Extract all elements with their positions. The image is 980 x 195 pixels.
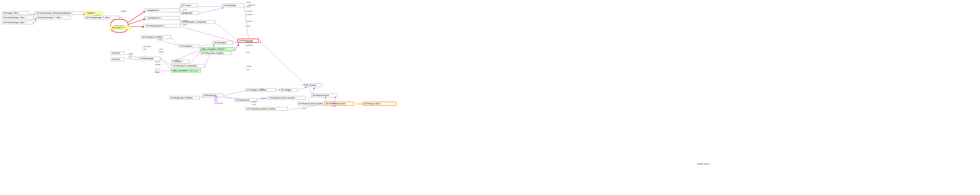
edge-label-render: render [155, 61, 160, 63]
edge-label-color1: _color [259, 88, 264, 90]
edge-label-color2: _color [301, 84, 306, 86]
edge-label-node-handler: _handler [245, 10, 253, 12]
diagram-container: SFAHeap< Alloc > SFAClusterHeap< Alloc >… [0, 0, 980, 195]
edge-label-global: _global [158, 51, 164, 53]
node-sfxgraphics-fontrec: SFXGraphics::FontRec [141, 35, 171, 39]
edge-label-utip: _utip [142, 48, 146, 50]
edge-label-update: update [155, 63, 160, 65]
edge-label-sfcerr-val: < SFCErr > [172, 60, 181, 62]
node-sfyrenderer-contextrec: SFYRenderer::ContextRec [172, 64, 205, 68]
edge-label-shadow: _shadow [259, 97, 267, 99]
edge-label-base: base [215, 100, 218, 102]
svg-line-37 [260, 41, 306, 86]
node-sfyrenderer: SFYRenderer [213, 41, 232, 44]
edge-label-real: _real [245, 68, 250, 71]
edge-label-node3: _node [182, 24, 187, 25]
node-sfaclusterheap-alloc-top: SFAClusterHeap< Alloc > [2, 16, 33, 19]
edge-label-font: _font [158, 39, 162, 41]
node-sfaclusterheap-t-alloc: SFAClusterHeap< T, Alloc > [36, 16, 71, 19]
edge-label-exception: _exception [189, 70, 198, 72]
node-sfxgrid: SFXGrid [111, 51, 125, 55]
edge-label-xclip: _xclip [158, 48, 162, 50]
node-sfxgraphics: SFXGraphics [179, 44, 199, 48]
node-sfxarray-v: SFXArray< V > [110, 26, 130, 30]
svg-line-17 [215, 22, 239, 41]
edge-label-color3: _color [301, 108, 306, 109]
node-sfycontrol: SFYControl [304, 84, 322, 87]
svg-line-15 [199, 8, 223, 14]
edge-label-light: light [215, 98, 218, 100]
svg-line-19 [171, 38, 180, 46]
node-sfxarray-sfyresponderptr: < SFYResponderPtr > [143, 24, 181, 28]
edge-label-origin: _origin [128, 52, 133, 55]
edge-label-focus: focus [252, 103, 256, 106]
node-sfddebugallocator: SFAClusterHeap::SFDDebugAllocator<> [35, 11, 83, 15]
node-sfycheckboxcontrol-colorrec: SFYCheckboxControl::ColorRec [245, 107, 288, 111]
node-sfxsize: SFXSize [111, 57, 125, 61]
node-uint32: < UInt32 > [84, 11, 102, 15]
node-sfxrgbcolor: SFXRGBColor [202, 94, 223, 97]
edge-label-hire: _hire [128, 56, 132, 58]
node-sfxarray-noderecptr: < NodeRecPtr > [145, 8, 180, 12]
edge-label-graphics: _graphics [245, 44, 253, 46]
node-sfycheckboxcontrol: SFYCheckboxControl [324, 101, 354, 106]
node-sfxarray-cacherecptr: < CacheRecPtr > [145, 16, 180, 20]
node-sfxrgbcolor-rgbrec: SFXRGBColor::RGBRec [169, 96, 200, 100]
node-sfydistributer: SFYDistributer [222, 3, 244, 7]
node-sfybuttoncontrol: SFYButtonControl [311, 94, 338, 97]
edge-label-context: _context [245, 20, 252, 22]
svg-line-7 [127, 11, 145, 23]
svg-line-8 [127, 19, 145, 25]
node-sfaheap-alloc: SFAHeap< Alloc > [2, 11, 29, 15]
edge-label-xtranslate: _xtranslate [142, 46, 151, 48]
edge-label-handler2: _handler [245, 14, 253, 16]
edge-label-node1: _node [182, 8, 187, 11]
edge-label-node2: _node [182, 13, 187, 14]
svg-line-48 [224, 90, 248, 95]
edge-label-node-tracer: _tracer [245, 1, 251, 3]
edge-label-color4: _color [331, 105, 336, 107]
edge-label-checkmark: checkmark [215, 102, 223, 104]
svg-line-20 [199, 44, 214, 46]
node-sfytracer: SFYTracer [180, 3, 198, 7]
svg-line-36 [298, 87, 306, 90]
edge-label-dark: dark [215, 95, 218, 97]
edge-label-distributor: _distributor [247, 4, 256, 6]
edge-label-origin2: origin [155, 71, 159, 73]
edge-label-buffer: buffer [121, 10, 126, 13]
edge-label-button: button [252, 101, 257, 103]
node-sfyradiobuttoncontrol[interactable]: SFAHeap< Alloc > [363, 101, 396, 106]
edge-label-renderer: _renderer [245, 41, 253, 43]
edge-label-virtual: _virtual [245, 65, 251, 67]
edge-label-key: _key [331, 102, 335, 104]
node-sfaclusterheap-alloc-bot: SFAClusterHeap< Alloc > [2, 21, 33, 24]
edge-label-child: _child [245, 25, 250, 27]
arrows-svg [0, 0, 980, 195]
edge-label-button-focus: button focus [697, 163, 710, 165]
svg-line-22 [235, 44, 239, 50]
svg-line-18 [181, 27, 239, 43]
node-static-exception-sfcerr: static_exception< SFCErr > [200, 47, 235, 51]
edge-label-cache: _cache [182, 20, 188, 22]
node-sfxclusterheap: SFXClusterHeap< T, Alloc > [84, 16, 119, 19]
node-sfyresponder-flagrec: SFYResponder::FlagRec [200, 51, 231, 55]
svg-line-2 [33, 20, 36, 24]
node-sfywidget: SFYWidget [280, 88, 297, 92]
edge-label-flag: _flag [245, 51, 249, 53]
node-sfybuttoncontrol-colorrec: SFYButtonControl::ColorRec [268, 96, 306, 100]
svg-line-26 [126, 59, 141, 60]
node-sfxrectangle: SFXRectangle [139, 57, 161, 60]
